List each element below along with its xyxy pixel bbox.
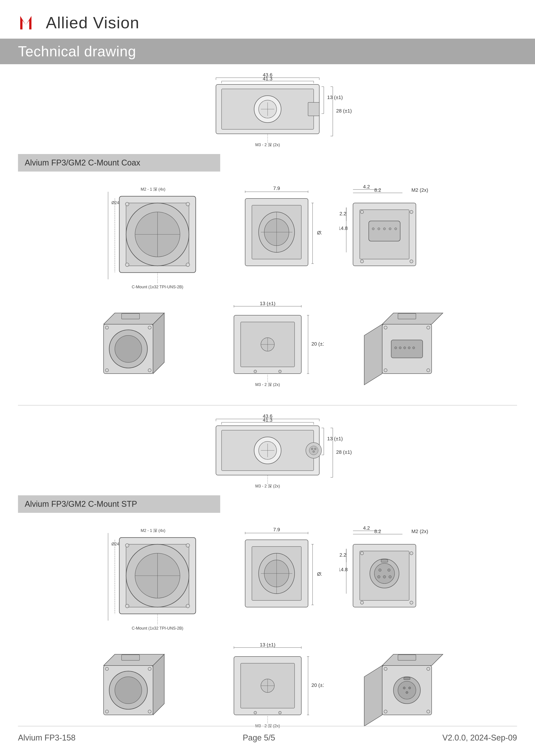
- svg-point-160: [126, 544, 129, 547]
- svg-point-118: [427, 369, 430, 372]
- svg-point-40: [186, 263, 190, 266]
- svg-text:2.2: 2.2: [340, 211, 346, 216]
- svg-rect-88: [122, 313, 140, 319]
- svg-point-195: [388, 569, 390, 571]
- svg-text:M3 - 2 深 (2x): M3 - 2 深 (2x): [255, 143, 280, 147]
- svg-text:41.3: 41.3: [263, 76, 272, 82]
- company-logo-icon: [18, 14, 41, 32]
- svg-point-83: [105, 326, 108, 329]
- svg-point-240: [384, 667, 387, 670]
- footer-page: Page 5/5: [243, 733, 275, 742]
- svg-text:7.9: 7.9: [273, 527, 280, 532]
- svg-text:Ø22.5 (±1): Ø22.5 (±1): [317, 571, 322, 577]
- svg-text:14.8: 14.8: [340, 226, 348, 231]
- stp-label-banner: Alvium FP3/GM2 C-Mount STP: [18, 495, 220, 513]
- svg-point-114: [412, 347, 415, 349]
- svg-point-86: [148, 369, 151, 372]
- footer-product: Alvium FP3-158: [18, 733, 75, 742]
- stp-label-text: Alvium FP3/GM2 C-Mount STP: [25, 500, 137, 509]
- svg-point-196: [383, 576, 386, 578]
- svg-point-102: [254, 370, 257, 373]
- svg-text:20 (±1): 20 (±1): [311, 341, 324, 347]
- svg-point-207: [115, 677, 142, 704]
- svg-point-71: [383, 228, 385, 230]
- page-footer: Alvium FP3-158 Page 5/5 V2.0.0, 2024-Sep…: [18, 726, 517, 742]
- svg-point-211: [148, 710, 151, 713]
- svg-point-144: [311, 448, 313, 450]
- svg-point-70: [378, 228, 380, 230]
- svg-point-197: [378, 576, 380, 578]
- svg-point-75: [410, 210, 413, 213]
- svg-text:M2 - 1 深 (4x): M2 - 1 深 (4x): [140, 528, 165, 533]
- section-title: Technical drawing: [18, 43, 136, 60]
- coax-persp-right: [342, 302, 454, 392]
- svg-rect-244: [398, 655, 416, 661]
- svg-point-74: [360, 210, 364, 213]
- svg-text:13 (±1): 13 (±1): [260, 643, 275, 648]
- coax-drawing-section: 43.6 41.3 13 (±1) 28 (±1): [18, 73, 517, 392]
- svg-point-161: [186, 544, 190, 547]
- logo-container: Allied Vision: [18, 14, 140, 32]
- svg-point-116: [427, 326, 430, 329]
- stp-top-dim-view: 13 (±1) 20 (±1) M3 - 2 深 (2x): [211, 643, 324, 733]
- svg-point-77: [410, 260, 413, 263]
- coax-back-view: 4.2 8.2 M2 (2x) 2.2 14.8: [340, 185, 434, 293]
- svg-point-76: [360, 260, 364, 263]
- svg-point-239: [406, 691, 408, 693]
- svg-text:M2 (2x): M2 (2x): [411, 528, 428, 534]
- svg-marker-233: [364, 665, 382, 726]
- svg-rect-236: [404, 677, 410, 680]
- svg-rect-68: [369, 221, 400, 241]
- company-name: Allied Vision: [46, 14, 140, 32]
- svg-text:8.2: 8.2: [374, 187, 381, 193]
- svg-text:41.3: 41.3: [263, 417, 272, 423]
- svg-point-143: [309, 446, 318, 455]
- svg-text:M3 - 2 深 (2x): M3 - 2 深 (2x): [255, 382, 280, 387]
- svg-text:2.2: 2.2: [340, 552, 346, 558]
- svg-point-113: [408, 347, 410, 349]
- svg-text:M3 - 2 深 (2x): M3 - 2 深 (2x): [255, 484, 280, 488]
- section-header: Technical drawing: [0, 39, 535, 64]
- svg-point-39: [126, 263, 129, 266]
- svg-text:M2 (2x): M2 (2x): [411, 187, 428, 193]
- svg-point-192: [374, 563, 395, 583]
- svg-point-37: [126, 202, 129, 206]
- svg-point-194: [379, 569, 381, 571]
- svg-point-117: [384, 369, 387, 372]
- svg-point-243: [427, 710, 430, 713]
- svg-point-162: [126, 604, 129, 608]
- stp-persp-left: [81, 643, 193, 733]
- svg-point-163: [186, 604, 190, 608]
- page-header: Allied Vision: [0, 0, 535, 39]
- svg-point-235: [398, 681, 416, 699]
- svg-point-241: [427, 667, 430, 670]
- svg-point-103: [279, 370, 281, 373]
- coax-views-row2: 13 (±1) 20 (±1): [18, 302, 517, 392]
- svg-text:28 (±1): 28 (±1): [336, 449, 352, 455]
- svg-text:8.2: 8.2: [374, 528, 381, 534]
- stp-views-row1: Ø29.35 公差 Ø24 (±1) M2 - 1 深 (4x): [18, 526, 517, 634]
- stp-back-view: 4.2 8.2 M2 (2x) 2.2 14.8: [340, 526, 434, 634]
- svg-point-69: [372, 228, 374, 230]
- svg-rect-23: [308, 102, 319, 116]
- svg-point-112: [404, 347, 406, 349]
- coax-label-text: Alvium FP3/GM2 C-Mount Coax: [25, 158, 140, 168]
- svg-point-228: [279, 711, 281, 714]
- svg-text:13 (±1): 13 (±1): [327, 94, 343, 100]
- stp-persp-right: [342, 643, 454, 733]
- svg-point-238: [408, 687, 411, 689]
- stp-side-view: 7.9 Ø22.5 (±1): [232, 526, 322, 634]
- svg-point-115: [384, 326, 387, 329]
- coax-persp-left: [81, 302, 193, 392]
- svg-point-202: [410, 601, 413, 604]
- svg-point-110: [395, 347, 397, 349]
- svg-point-38: [186, 202, 190, 206]
- svg-text:20 (±1): 20 (±1): [311, 682, 324, 688]
- svg-point-227: [254, 711, 257, 714]
- svg-point-242: [384, 710, 387, 713]
- section-divider: [18, 405, 517, 406]
- stp-top-view: 43.6 41.3 13 (±1) 28 (±1): [189, 415, 346, 491]
- svg-point-72: [389, 228, 391, 230]
- svg-point-85: [105, 369, 108, 372]
- coax-views-row1: Ø29.35 公差 Ø24 (±1) M2 - 1 深 (4x): [18, 185, 517, 293]
